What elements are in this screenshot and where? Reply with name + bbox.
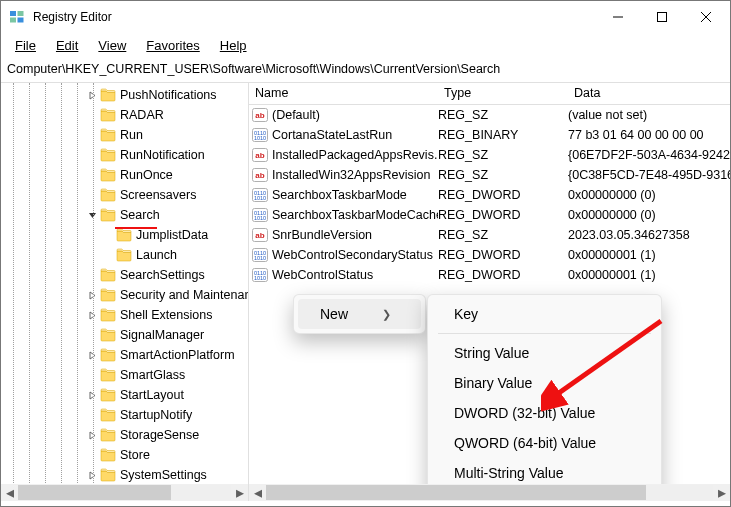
scroll-right-icon[interactable]: ▸	[231, 484, 248, 501]
window-title: Registry Editor	[33, 10, 596, 24]
list-row[interactable]: 01101010CortanaStateLastRunREG_BINARY77 …	[249, 125, 730, 145]
tree-spacer	[85, 448, 99, 462]
list-row[interactable]: abSnrBundleVersionREG_SZ2023.03.05.34627…	[249, 225, 730, 245]
minimize-button[interactable]	[596, 2, 640, 32]
row-type: REG_SZ	[438, 168, 568, 182]
column-name[interactable]: Name	[249, 83, 438, 104]
menu-edit[interactable]: Edit	[46, 35, 88, 56]
row-data: 0x00000001 (1)	[568, 248, 730, 262]
tree-spacer	[85, 168, 99, 182]
tree-label: Shell Extensions	[120, 308, 212, 322]
scroll-left-icon[interactable]: ◂	[1, 484, 18, 501]
chevron-right-icon[interactable]	[85, 348, 99, 362]
svg-text:ab: ab	[255, 171, 264, 180]
folder-icon	[100, 148, 116, 162]
context-separator	[438, 333, 651, 334]
close-button[interactable]	[684, 2, 728, 32]
context-item-qword[interactable]: QWORD (64-bit) Value	[432, 428, 657, 458]
list-horizontal-scrollbar[interactable]: ◂ ▸	[249, 484, 730, 501]
tree-spacer	[85, 408, 99, 422]
folder-icon	[100, 128, 116, 142]
context-item-dword[interactable]: DWORD (32-bit) Value	[432, 398, 657, 428]
tree-node[interactable]: Launch	[1, 245, 248, 265]
context-item-new[interactable]: New ❯	[298, 299, 421, 329]
row-type: REG_DWORD	[438, 208, 568, 222]
menu-help[interactable]: Help	[210, 35, 257, 56]
row-type: REG_DWORD	[438, 248, 568, 262]
string-value-icon: ab	[252, 227, 268, 243]
row-data: (value not set)	[568, 108, 730, 122]
tree-node[interactable]: SignalManager	[1, 325, 248, 345]
binary-value-icon: 01101010	[252, 127, 268, 143]
svg-text:1010: 1010	[254, 255, 266, 261]
tree-node[interactable]: Screensavers	[1, 185, 248, 205]
tree-pane: PushNotificationsRADARRunRunNotification…	[1, 83, 249, 501]
chevron-right-icon[interactable]	[85, 428, 99, 442]
tree-node[interactable]: Search	[1, 205, 248, 225]
tree-node[interactable]: Security and Maintenance	[1, 285, 248, 305]
list-row[interactable]: abInstalledWin32AppsRevisionREG_SZ{0C38F…	[249, 165, 730, 185]
maximize-button[interactable]	[640, 2, 684, 32]
address-bar[interactable]: Computer\HKEY_CURRENT_USER\Software\Micr…	[1, 58, 730, 83]
scroll-left-icon[interactable]: ◂	[249, 484, 266, 501]
folder-icon	[100, 208, 116, 222]
chevron-right-icon[interactable]	[85, 308, 99, 322]
tree-spacer	[85, 108, 99, 122]
list-row[interactable]: ab(Default)REG_SZ(value not set)	[249, 105, 730, 125]
chevron-right-icon[interactable]	[85, 388, 99, 402]
row-data: 77 b3 01 64 00 00 00 00	[568, 128, 730, 142]
menu-file[interactable]: File	[5, 35, 46, 56]
tree-label: Run	[120, 128, 143, 142]
context-item-string[interactable]: String Value	[432, 338, 657, 368]
list-row[interactable]: 01101010SearchboxTaskbarModeREG_DWORD0x0…	[249, 185, 730, 205]
chevron-right-icon[interactable]	[85, 468, 99, 482]
list-row[interactable]: 01101010WebControlSecondaryStatusREG_DWO…	[249, 245, 730, 265]
tree-label: StartLayout	[120, 388, 184, 402]
svg-text:ab: ab	[255, 151, 264, 160]
tree-node[interactable]: StartLayout	[1, 385, 248, 405]
svg-text:ab: ab	[255, 231, 264, 240]
tree-node[interactable]: StartupNotify	[1, 405, 248, 425]
row-name: WebControlStatus	[272, 268, 373, 282]
menu-view[interactable]: View	[88, 35, 136, 56]
list-row[interactable]: 01101010SearchboxTaskbarModeCacheREG_DWO…	[249, 205, 730, 225]
tree-spacer	[85, 268, 99, 282]
tree-node[interactable]: Store	[1, 445, 248, 465]
context-item-key[interactable]: Key	[432, 299, 657, 329]
tree-label: StartupNotify	[120, 408, 192, 422]
tree-label: Security and Maintenance	[120, 288, 248, 302]
folder-icon	[100, 428, 116, 442]
tree-node[interactable]: RunOnce	[1, 165, 248, 185]
tree-node[interactable]: SmartGlass	[1, 365, 248, 385]
row-name: InstalledWin32AppsRevision	[272, 168, 430, 182]
tree-node[interactable]: SmartActionPlatform	[1, 345, 248, 365]
scroll-right-icon[interactable]: ▸	[713, 484, 730, 501]
tree-node[interactable]: Shell Extensions	[1, 305, 248, 325]
tree-spacer	[85, 368, 99, 382]
chevron-right-icon[interactable]	[85, 88, 99, 102]
column-type[interactable]: Type	[438, 83, 568, 104]
chevron-down-icon[interactable]	[85, 208, 99, 222]
context-item-binary[interactable]: Binary Value	[432, 368, 657, 398]
menu-favorites[interactable]: Favorites	[136, 35, 209, 56]
folder-icon	[100, 388, 116, 402]
column-data[interactable]: Data	[568, 83, 730, 104]
tree-node[interactable]: RADAR	[1, 105, 248, 125]
tree-node[interactable]: Run	[1, 125, 248, 145]
tree-node[interactable]: PushNotifications	[1, 85, 248, 105]
tree-node[interactable]: RunNotification	[1, 145, 248, 165]
tree-node[interactable]: SearchSettings	[1, 265, 248, 285]
tree-label: SmartActionPlatform	[120, 348, 235, 362]
folder-icon	[100, 268, 116, 282]
tree-label: SearchSettings	[120, 268, 205, 282]
tree-node[interactable]: StorageSense	[1, 425, 248, 445]
list-row[interactable]: 01101010WebControlStatusREG_DWORD0x00000…	[249, 265, 730, 285]
row-type: REG_DWORD	[438, 268, 568, 282]
tree-node[interactable]: SystemSettings	[1, 465, 248, 485]
list-header: Name Type Data	[249, 83, 730, 105]
chevron-right-icon[interactable]	[85, 288, 99, 302]
svg-text:1010: 1010	[254, 195, 266, 201]
folder-icon	[100, 168, 116, 182]
tree-horizontal-scrollbar[interactable]: ◂ ▸	[1, 484, 248, 501]
list-row[interactable]: abInstalledPackagedAppsRevis...REG_SZ{06…	[249, 145, 730, 165]
